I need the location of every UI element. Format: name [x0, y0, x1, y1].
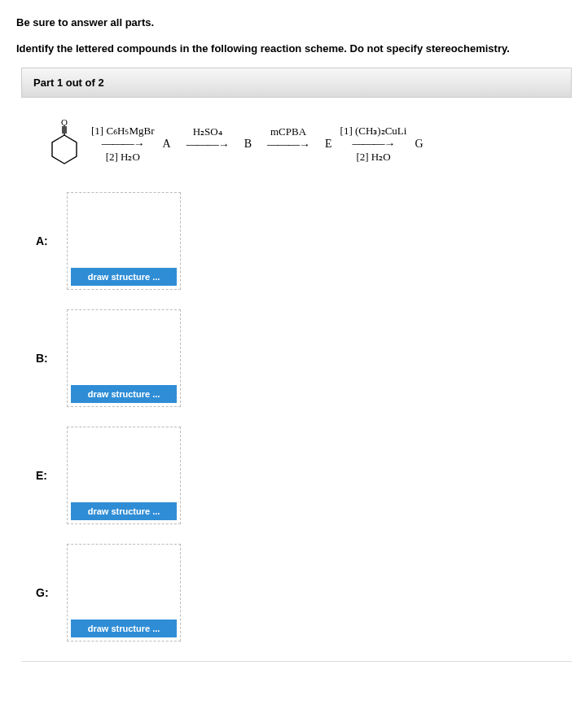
arrow-icon: ———→: [186, 138, 229, 151]
draw-box-a[interactable]: draw structure ...: [67, 192, 181, 290]
cyclohexanone-icon: O: [46, 119, 83, 169]
step-2-reagent-top: H₂SO₄: [193, 125, 222, 138]
instructions: Be sure to answer all parts. Identify th…: [16, 15, 572, 56]
step-1-reagent-top: [1] C₆H₅MgBr: [91, 125, 155, 138]
step-1-reagent-bottom: [2] H₂O: [106, 151, 140, 164]
step-3-reagent-top: mCPBA: [270, 125, 306, 138]
svg-marker-0: [52, 135, 77, 164]
step-3: mCPBA ———→: [260, 125, 317, 163]
oxygen-label: O: [61, 119, 68, 127]
answer-row-b: B: draw structure ...: [36, 309, 572, 407]
draw-structure-button[interactable]: draw structure ...: [71, 385, 177, 403]
draw-box-e[interactable]: draw structure ...: [67, 427, 181, 524]
divider: [21, 661, 572, 662]
reaction-scheme: O [1] C₆H₅MgBr ———→ [2] H₂O A H₂SO₄ ———→…: [21, 112, 572, 192]
instruction-line-1: Be sure to answer all parts.: [16, 15, 572, 31]
answer-label-a: A:: [36, 234, 67, 247]
arrow-icon: ———→: [352, 138, 394, 151]
part-header: Part 1 out of 2: [21, 68, 572, 98]
answer-label-b: B:: [36, 352, 67, 365]
product-b: B: [241, 138, 255, 151]
draw-structure-button[interactable]: draw structure ...: [71, 268, 177, 286]
product-e: E: [322, 138, 336, 151]
draw-box-g[interactable]: draw structure ...: [67, 544, 181, 642]
step-4-reagent-bottom: [2] H₂O: [356, 151, 390, 164]
product-g: G: [411, 138, 426, 151]
answers-section: A: draw structure ... B: draw structure …: [21, 192, 572, 642]
instruction-line-2: Identify the lettered compounds in the f…: [16, 41, 572, 57]
step-4: [1] (CH₃)₂CuLi ———→ [2] H₂O: [340, 125, 407, 164]
answer-label-g: G:: [36, 586, 67, 599]
draw-structure-button[interactable]: draw structure ...: [71, 620, 177, 637]
arrow-icon: ———→: [267, 138, 309, 151]
step-2: H₂SO₄ ———→: [179, 125, 236, 163]
step-4-reagent-top: [1] (CH₃)₂CuLi: [340, 125, 407, 138]
answer-row-a: A: draw structure ...: [36, 192, 572, 290]
draw-structure-button[interactable]: draw structure ...: [71, 502, 177, 520]
answer-row-g: G: draw structure ...: [36, 544, 572, 642]
answer-label-e: E:: [36, 469, 67, 482]
product-a: A: [160, 138, 174, 151]
answer-row-e: E: draw structure ...: [36, 427, 572, 524]
step-1: [1] C₆H₅MgBr ———→ [2] H₂O: [91, 125, 155, 164]
arrow-icon: ———→: [102, 138, 144, 151]
draw-box-b[interactable]: draw structure ...: [67, 309, 181, 407]
